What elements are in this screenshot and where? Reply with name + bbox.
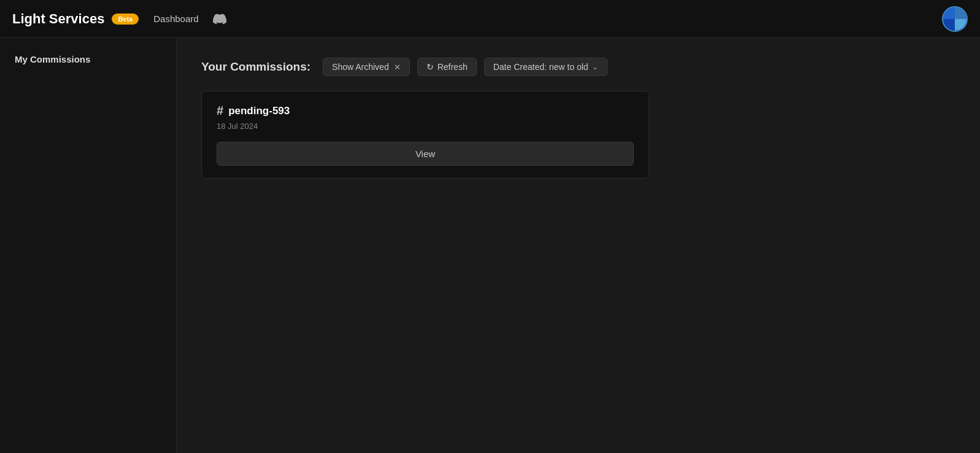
commission-card: # pending-593 18 Jul 2024 View bbox=[201, 91, 649, 179]
avatar[interactable] bbox=[942, 6, 968, 32]
card-top: # pending-593 bbox=[217, 104, 634, 118]
hash-icon: # bbox=[217, 104, 223, 118]
close-archived-icon: ✕ bbox=[394, 63, 401, 72]
refresh-label: Refresh bbox=[438, 62, 468, 72]
show-archived-label: Show Archived bbox=[332, 62, 389, 72]
layout: My Commissions Your Commissions: Show Ar… bbox=[0, 38, 980, 453]
brand-title: Light Services bbox=[12, 11, 104, 27]
sidebar: My Commissions bbox=[0, 38, 177, 453]
refresh-button[interactable]: ↻ Refresh bbox=[417, 58, 477, 76]
show-archived-button[interactable]: Show Archived ✕ bbox=[323, 58, 410, 76]
commissions-section-title: Your Commissions: bbox=[201, 60, 311, 74]
commissions-header: Your Commissions: Show Archived ✕ ↻ Refr… bbox=[201, 58, 955, 76]
beta-badge: Beta bbox=[112, 14, 139, 25]
discord-icon[interactable] bbox=[211, 10, 228, 28]
commission-name: pending-593 bbox=[228, 105, 290, 117]
commission-date: 18 Jul 2024 bbox=[217, 122, 634, 131]
sidebar-item-my-commissions[interactable]: My Commissions bbox=[0, 48, 176, 71]
chevron-down-icon: ⌄ bbox=[592, 63, 598, 71]
sort-label: Date Created: new to old bbox=[493, 62, 588, 72]
sort-dropdown[interactable]: Date Created: new to old ⌄ bbox=[484, 58, 608, 76]
dashboard-link[interactable]: Dashboard bbox=[153, 14, 198, 24]
main-content: Your Commissions: Show Archived ✕ ↻ Refr… bbox=[177, 38, 980, 453]
refresh-icon: ↻ bbox=[426, 62, 434, 72]
sidebar-item-label: My Commissions bbox=[15, 54, 90, 64]
view-button[interactable]: View bbox=[217, 142, 634, 166]
topnav: Light Services Beta Dashboard bbox=[0, 0, 980, 38]
